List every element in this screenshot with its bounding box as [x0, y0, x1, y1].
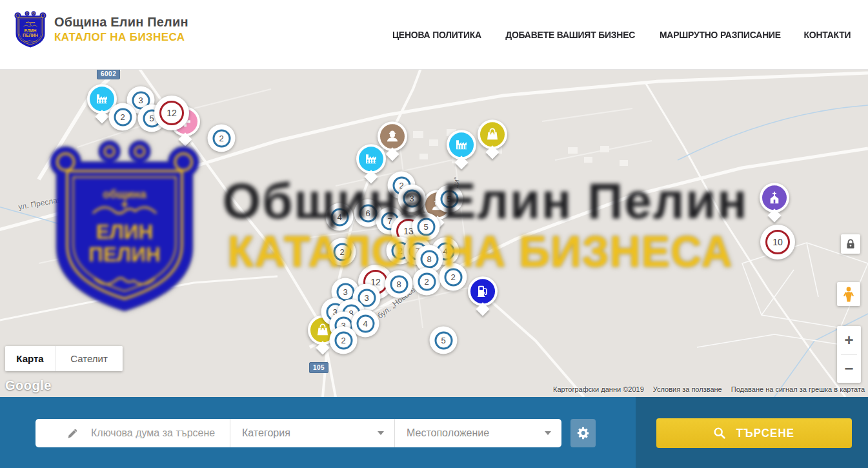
gear-icon — [576, 426, 590, 440]
cluster-count: 8 — [390, 275, 408, 293]
site-header: Община Елин Пелин КАТАЛОГ НА БИЗНЕСА ЦЕН… — [0, 0, 868, 70]
cluster-marker[interactable]: 8 — [385, 270, 413, 298]
cluster-count: 2 — [333, 243, 351, 261]
pencil-icon — [66, 427, 79, 440]
category-select-value: Категория — [230, 427, 290, 439]
map-type-control: Карта Сателит — [5, 346, 123, 371]
nav-item-2[interactable]: МАРШРУТНО РАЗПИСАНИЕ — [660, 30, 781, 40]
zoom-control: + − — [837, 326, 861, 383]
cluster-count: 5 — [440, 190, 458, 208]
location-select-value: Местоположение — [395, 427, 489, 439]
category-select[interactable]: Категория — [230, 419, 395, 447]
cluster-count: 12 — [159, 101, 184, 125]
chevron-down-icon — [545, 431, 551, 435]
search-fields-group: Категория Местоположение — [35, 419, 561, 447]
map-type-map-button[interactable]: Карта — [5, 346, 56, 371]
municipality-crest-icon — [14, 10, 46, 48]
location-select[interactable]: Местоположение — [395, 419, 561, 447]
cluster-count: 5 — [417, 218, 435, 236]
cluster-count: 4 — [356, 314, 374, 332]
cluster-marker[interactable]: 2 — [413, 268, 441, 296]
cluster-count: 2 — [212, 129, 230, 147]
site-title: Община Елин Пелин — [54, 15, 188, 30]
bag-category-pin[interactable] — [478, 119, 507, 149]
lock-icon — [846, 239, 855, 249]
cluster-count: 4 — [330, 208, 348, 226]
search-submit-label: ТЪРСЕНЕ — [736, 427, 794, 440]
cluster-count: 2 — [114, 108, 132, 126]
cluster-count: 10 — [765, 230, 790, 254]
main-nav: ЦЕНОВА ПОЛИТИКАДОБАВЕТЕ ВАШИЯТ БИЗНЕСМАР… — [390, 0, 852, 70]
cluster-marker[interactable]: 12 — [154, 96, 189, 130]
church-category-pin[interactable] — [760, 183, 789, 212]
fuel-icon — [475, 283, 490, 299]
map-type-satellite-button[interactable]: Сателит — [56, 346, 123, 371]
worker-category-pin[interactable] — [378, 121, 407, 151]
search-icon — [712, 426, 727, 440]
fuel-category-pin[interactable] — [468, 276, 498, 306]
church-icon — [767, 190, 782, 205]
advanced-options-button[interactable] — [570, 419, 596, 447]
search-submit-button[interactable]: ТЪРСЕНЕ — [656, 418, 852, 448]
keyword-search-input[interactable] — [35, 419, 230, 447]
bag-icon — [485, 127, 500, 142]
google-map[interactable]: 6002105ул. Преславбул. „Новоселци“ 32512… — [0, 70, 868, 397]
worker-icon — [385, 128, 400, 144]
cluster-marker[interactable]: 3 — [398, 185, 426, 212]
factory-icon — [363, 151, 379, 167]
cluster-marker[interactable]: 2 — [330, 327, 358, 354]
street-view-pegman-button[interactable] — [837, 282, 860, 306]
cluster-count: 6 — [359, 204, 377, 222]
factory-category-pin[interactable] — [356, 144, 386, 174]
bag-icon — [315, 322, 330, 338]
site-logo[interactable]: Община Елин Пелин КАТАЛОГ НА БИЗНЕСА — [14, 10, 188, 48]
cluster-count: 5 — [434, 331, 452, 349]
nav-item-0[interactable]: ЦЕНОВА ПОЛИТИКА — [392, 30, 481, 40]
cluster-marker[interactable]: 5 — [430, 327, 458, 354]
zoom-out-button[interactable]: − — [837, 354, 861, 383]
site-subtitle: КАТАЛОГ НА БИЗНЕСА — [54, 31, 188, 44]
cluster-marker[interactable]: 2 — [328, 238, 356, 266]
nav-item-3[interactable]: КОНТАКТИ — [804, 30, 851, 40]
factory-icon — [454, 137, 469, 152]
cluster-marker[interactable]: 4 — [326, 203, 354, 231]
cluster-marker[interactable]: 2 — [439, 263, 467, 291]
cluster-count: 2 — [334, 331, 352, 349]
cluster-marker[interactable]: 5 — [436, 185, 463, 213]
cluster-marker[interactable]: 2 — [109, 103, 137, 131]
cluster-count: 2 — [418, 272, 436, 290]
factory-icon — [94, 91, 110, 107]
map-data-copyright: Картографски данни ©2019 — [553, 385, 644, 393]
map-markers-layer: 32512223564713522748221283338342510 — [0, 70, 868, 397]
fullscreen-lock-button[interactable] — [841, 234, 860, 254]
keyword-field-wrap — [35, 419, 230, 447]
cluster-count: 8 — [420, 250, 438, 268]
nav-item-1[interactable]: ДОБАВЕТЕ ВАШИЯТ БИЗНЕС — [505, 30, 635, 40]
map-attribution: Картографски данни ©2019Условия за ползв… — [553, 385, 865, 393]
cluster-count: 3 — [403, 189, 421, 207]
search-bar: Категория Местоположение ТЪРСЕНЕ — [0, 397, 868, 468]
cluster-marker[interactable]: 5 — [412, 213, 440, 241]
pegman-icon — [841, 286, 856, 303]
terms-link[interactable]: Условия за ползване — [653, 385, 722, 393]
cluster-count: 2 — [444, 268, 462, 286]
cluster-marker[interactable]: 2 — [208, 125, 236, 152]
chevron-down-icon — [378, 431, 384, 435]
cluster-marker[interactable]: 10 — [760, 225, 795, 259]
report-error-link[interactable]: Подаване на сигнал за грешка в картата — [731, 385, 865, 393]
zoom-in-button[interactable]: + — [837, 326, 861, 354]
google-logo[interactable]: Google — [5, 378, 52, 393]
factory-category-pin[interactable] — [447, 130, 476, 159]
